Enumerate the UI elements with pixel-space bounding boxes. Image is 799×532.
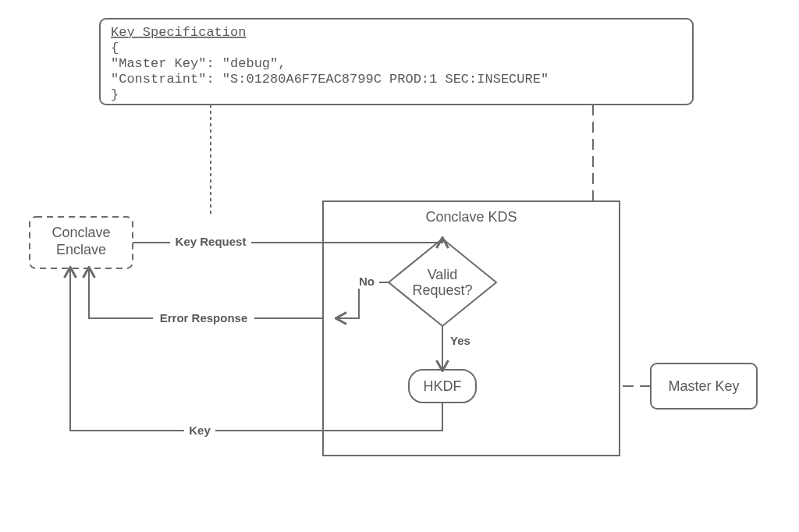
key-spec-title: Key Specification bbox=[111, 25, 246, 40]
conclave-kds-box bbox=[323, 201, 620, 456]
master-key-label: Master Key bbox=[668, 378, 739, 394]
key-spec-line4: } bbox=[111, 87, 119, 102]
key-label: Key bbox=[189, 424, 211, 437]
valid-request-label2: Request? bbox=[412, 282, 472, 298]
error-response-label: Error Response bbox=[160, 311, 248, 325]
key-spec-line2: "Master Key": "debug", bbox=[111, 56, 286, 71]
conclave-kds-label: Conclave KDS bbox=[425, 209, 517, 225]
key-spec-line3: "Constraint": "S:01280A6F7EAC8799C PROD:… bbox=[111, 72, 549, 87]
hkdf-label: HKDF bbox=[424, 378, 462, 394]
key-request-label: Key Request bbox=[176, 235, 247, 248]
conclave-enclave-label1: Conclave bbox=[51, 225, 110, 240]
diagram-canvas: Key Specification { "Master Key": "debug… bbox=[0, 0, 799, 532]
yes-label: Yes bbox=[450, 334, 471, 347]
no-label: No bbox=[359, 275, 375, 288]
key-spec-line1: { bbox=[111, 41, 119, 55]
conclave-enclave-label2: Enclave bbox=[56, 242, 106, 257]
valid-request-label1: Valid bbox=[428, 267, 458, 282]
